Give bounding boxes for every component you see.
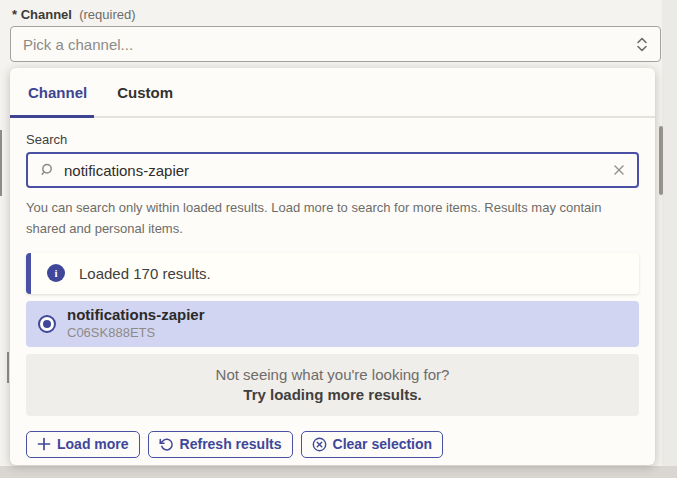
load-more-hint: Not seeing what you're looking for? Try …: [26, 354, 639, 416]
hint-suggestion: Try loading more results.: [243, 386, 421, 403]
x-circle-icon: [312, 437, 327, 452]
action-buttons: Load more Refresh results Clear s: [26, 431, 639, 458]
search-input[interactable]: [64, 162, 603, 179]
field-label: * Channel (required): [12, 7, 136, 22]
field-label-text: * Channel: [12, 7, 72, 22]
search-label: Search: [26, 132, 639, 147]
field-required-note: (required): [79, 7, 135, 22]
background-element-edge: [7, 352, 9, 383]
option-name: notifications-zapier: [67, 306, 205, 325]
loaded-results-alert: i Loaded 170 results.: [26, 253, 639, 294]
clear-selection-label: Clear selection: [333, 436, 433, 452]
clear-selection-button[interactable]: Clear selection: [301, 431, 444, 458]
scrollbar-thumb[interactable]: [659, 126, 663, 195]
load-more-label: Load more: [57, 436, 129, 452]
tab-channel[interactable]: Channel: [28, 84, 87, 101]
active-tab-underline: [10, 115, 94, 118]
plus-icon: [37, 437, 51, 451]
channel-select[interactable]: Pick a channel...: [10, 26, 661, 62]
channel-option-selected[interactable]: notifications-zapier C06SK888ETS: [26, 301, 639, 347]
search-icon: [39, 162, 55, 178]
refresh-results-label: Refresh results: [180, 436, 282, 452]
option-id: C06SK888ETS: [67, 325, 205, 341]
channel-picker-screen: * Channel (required) Pick a channel... C…: [0, 0, 677, 478]
dropdown-tabs: Channel Custom: [10, 68, 655, 118]
background-element-edge: [0, 130, 2, 196]
up-down-chevron-icon: [636, 37, 648, 52]
clear-search-icon[interactable]: [612, 163, 626, 177]
info-icon: i: [47, 264, 65, 282]
search-field: [26, 152, 639, 188]
page-background-bottom: [0, 466, 677, 478]
search-helper-text: You can search only within loaded result…: [26, 197, 626, 240]
refresh-results-button[interactable]: Refresh results: [148, 431, 293, 458]
dropdown-content: Search You can search only within loa: [10, 132, 655, 458]
option-texts: notifications-zapier C06SK888ETS: [67, 306, 205, 341]
tab-custom[interactable]: Custom: [117, 84, 173, 101]
channel-select-placeholder: Pick a channel...: [23, 36, 636, 53]
load-more-button[interactable]: Load more: [26, 431, 140, 458]
refresh-icon: [159, 437, 174, 452]
channel-dropdown-panel: Channel Custom Search: [10, 68, 655, 465]
radio-selected-icon[interactable]: [38, 315, 56, 333]
hint-question: Not seeing what you're looking for?: [216, 366, 450, 383]
loaded-results-text: Loaded 170 results.: [79, 265, 211, 282]
page-background-right: [662, 0, 677, 478]
